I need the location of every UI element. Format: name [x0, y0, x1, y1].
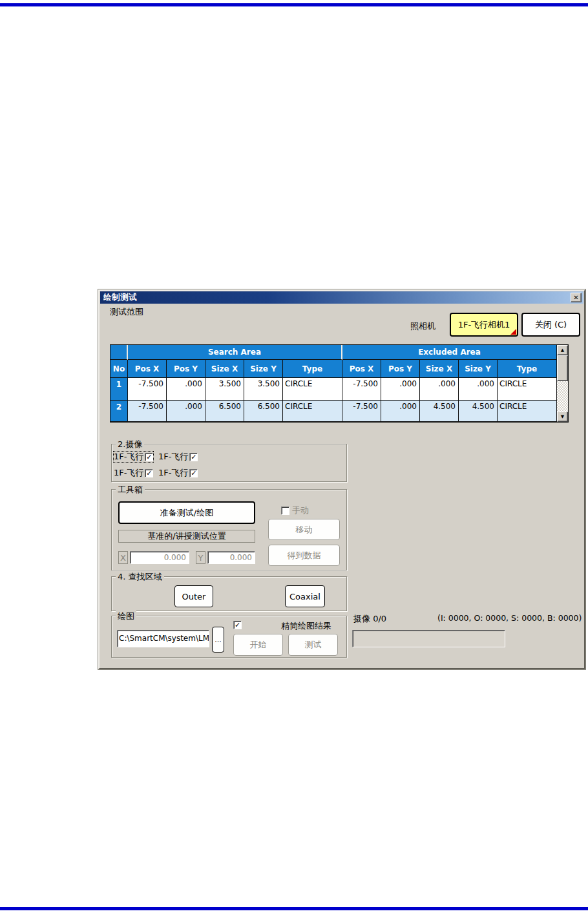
move-button[interactable]: 移动: [268, 519, 340, 540]
table-group-header-excluded: Excluded Area: [342, 345, 557, 360]
col-header-no: No: [110, 360, 128, 378]
dialog-titlebar[interactable]: 绘制测试 ✕: [100, 291, 583, 304]
close-icon[interactable]: ✕: [571, 293, 582, 302]
table-cell[interactable]: 3.500: [244, 378, 283, 401]
table-cell[interactable]: .000: [420, 378, 459, 401]
browse-button[interactable]: ...: [212, 627, 224, 653]
table-cell[interactable]: CIRCLE: [283, 378, 342, 401]
simple-result-checkbox[interactable]: ✓: [233, 621, 242, 629]
outer-button[interactable]: Outer: [174, 585, 213, 607]
camera-checkbox-3[interactable]: 1F-飞行 ✓: [114, 468, 153, 478]
draw-test-dialog: 绘制测试 ✕ 测试范围 照相机 1F-飞行相机1 关闭 (C) Search A…: [98, 289, 585, 669]
document-page: 绘制测试 ✕ 测试范围 照相机 1F-飞行相机1 关闭 (C) Search A…: [0, 0, 588, 920]
checkbox-label: 1F-飞行: [114, 467, 143, 479]
outer-label: Outer: [182, 592, 206, 601]
table-cell[interactable]: 4.500: [420, 401, 459, 422]
row-number-cell[interactable]: 1: [110, 378, 128, 401]
prepare-test-label: 准备测试/绘图: [160, 507, 213, 519]
col-header: Pos X: [342, 360, 381, 378]
table-cell[interactable]: CIRCLE: [498, 378, 557, 401]
table-cell[interactable]: -7.500: [128, 378, 167, 401]
capture-count-label: 摄像 0/0: [353, 613, 386, 625]
simple-result-label: 精简绘图结果: [281, 620, 331, 632]
camera-group: 2.摄像 1F-飞行 ✓ 1F-飞行 ✓ 1F-飞行 ✓ 1F-飞行 ✓: [111, 444, 347, 482]
scroll-down-icon[interactable]: ▼: [557, 412, 568, 422]
table-cell[interactable]: .000: [381, 401, 420, 422]
checkbox-label: 1F-飞行: [158, 467, 188, 479]
prepare-test-button[interactable]: 准备测试/绘图: [118, 501, 255, 524]
col-header: Pos X: [128, 360, 167, 378]
table-cell[interactable]: 3.500: [205, 378, 244, 401]
col-header: Size X: [205, 360, 244, 378]
draw-group-title: 绘图: [116, 611, 136, 622]
coaxial-button[interactable]: Coaxial: [285, 585, 325, 607]
search-area-group: 4. 查找区域 Outer Coaxial: [111, 576, 347, 611]
test-range-label: 测试范围: [110, 306, 143, 318]
x-position-field[interactable]: 0.000: [130, 551, 189, 564]
checkbox-unchecked-icon[interactable]: [281, 507, 289, 515]
col-header: Size Y: [244, 360, 283, 378]
checkbox-checked-icon[interactable]: ✓: [145, 453, 153, 461]
status-progress-field: [352, 630, 505, 647]
draw-group: 绘图 C:\SmartCM\system\LM_M ... ✓ 精简绘图结果 开…: [111, 616, 347, 658]
scroll-up-icon[interactable]: ▲: [557, 345, 568, 355]
manual-checkbox[interactable]: 手动: [281, 505, 309, 516]
get-data-button[interactable]: 得到数据: [268, 545, 340, 566]
toolbox-group-title: 工具箱: [116, 484, 145, 496]
checkbox-checked-icon[interactable]: ✓: [189, 453, 198, 461]
camera-select-button[interactable]: 1F-飞行相机1: [450, 313, 518, 337]
test-button[interactable]: 测试: [288, 634, 338, 656]
table-cell[interactable]: CIRCLE: [498, 401, 557, 422]
table-cell[interactable]: CIRCLE: [283, 401, 342, 422]
table-cell[interactable]: 6.500: [244, 401, 283, 422]
reference-position-label: 基准的/讲授测试位置: [118, 530, 255, 543]
table-cell[interactable]: .000: [167, 378, 205, 401]
scrollbar-thumb[interactable]: [557, 355, 568, 381]
row-number-cell[interactable]: 2: [110, 401, 128, 422]
test-label: 测试: [305, 639, 322, 651]
table-group-header-search: Search Area: [128, 345, 342, 360]
table-cell[interactable]: 6.500: [205, 401, 244, 422]
top-rule: [0, 3, 588, 6]
dialog-title: 绘制测试: [103, 292, 571, 303]
bottom-rule: [0, 907, 588, 910]
col-header: Type: [283, 360, 342, 378]
checkbox-label: 1F-飞行: [158, 451, 188, 463]
camera-checkbox-2[interactable]: 1F-飞行 ✓: [158, 452, 198, 462]
col-header: Pos Y: [381, 360, 420, 378]
table-cell[interactable]: .000: [167, 401, 205, 422]
camera-label: 照相机: [410, 320, 436, 332]
col-header: Size X: [420, 360, 459, 378]
table-cell[interactable]: -7.500: [342, 378, 381, 401]
checkbox-label: 1F-飞行: [114, 451, 143, 463]
table-cell[interactable]: -7.500: [128, 401, 167, 422]
y-axis-label: Y: [196, 551, 205, 564]
close-dialog-button[interactable]: 关闭 (C): [521, 313, 580, 337]
close-dialog-label: 关闭 (C): [535, 319, 567, 331]
col-header: Size Y: [459, 360, 498, 378]
counters-label: (I: 0000, O: 0000, S: 0000, B: 0000): [437, 613, 582, 623]
camera-select-label: 1F-飞行相机1: [458, 319, 510, 331]
col-header: Type: [498, 360, 557, 378]
toolbox-group: 工具箱 准备测试/绘图 基准的/讲授测试位置 X 0.000 Y 0.000 手…: [111, 489, 347, 570]
table-cell[interactable]: -7.500: [342, 401, 381, 422]
coaxial-label: Coaxial: [289, 592, 320, 601]
draw-path-input[interactable]: C:\SmartCM\system\LM_M: [117, 630, 209, 647]
browse-label: ...: [215, 636, 222, 644]
col-header: Pos Y: [167, 360, 205, 378]
table-cell[interactable]: 4.500: [459, 401, 498, 422]
camera-checkbox-4[interactable]: 1F-飞行 ✓: [158, 468, 198, 478]
camera-group-title: 2.摄像: [116, 439, 144, 450]
y-position-field[interactable]: 0.000: [207, 551, 255, 564]
scrollbar-track[interactable]: [557, 381, 568, 412]
start-label: 开始: [250, 639, 267, 651]
checkbox-checked-icon[interactable]: ✓: [189, 469, 198, 477]
get-data-label: 得到数据: [288, 550, 321, 561]
start-button[interactable]: 开始: [233, 634, 283, 656]
table-corner-cell: [110, 345, 128, 360]
camera-checkbox-1[interactable]: 1F-飞行 ✓: [114, 452, 153, 462]
table-cell[interactable]: .000: [459, 378, 498, 401]
checkbox-checked-icon[interactable]: ✓: [145, 469, 153, 477]
table-cell[interactable]: .000: [381, 378, 420, 401]
table-scrollbar[interactable]: ▲ ▼: [557, 345, 568, 422]
